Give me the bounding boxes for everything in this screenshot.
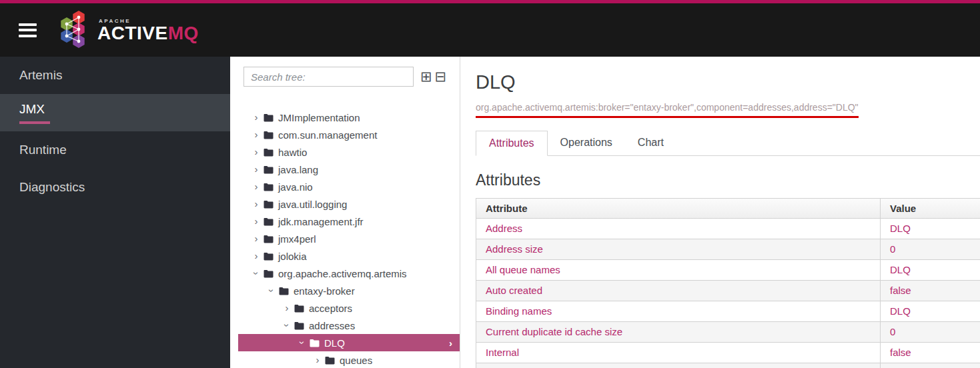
tree-node-jmimplementation[interactable]: ›JMImplementation xyxy=(238,109,460,126)
chevron-right-icon[interactable]: › xyxy=(252,200,260,208)
attribute-name-cell[interactable]: Address xyxy=(476,219,880,239)
attributes-section-title: Attributes xyxy=(476,171,980,189)
table-row[interactable]: Binding namesDLQ xyxy=(476,301,980,322)
hamburger-menu-icon[interactable] xyxy=(19,20,37,40)
sidebar-item-label: JMX xyxy=(19,102,230,117)
folder-icon xyxy=(264,217,274,226)
active-item-underline xyxy=(19,121,50,124)
tree: ›JMImplementation›com.sun.management›haw… xyxy=(238,109,460,368)
attribute-name-cell[interactable]: All queue names xyxy=(476,260,880,280)
chevron-right-icon[interactable]: › xyxy=(283,304,291,312)
chevron-right-icon[interactable]: › xyxy=(252,165,260,173)
sidebar-item-runtime[interactable]: Runtime xyxy=(0,131,230,169)
table-row[interactable]: All queue namesDLQ xyxy=(476,260,980,281)
folder-icon xyxy=(325,356,335,365)
search-input[interactable] xyxy=(243,67,414,87)
tree-node-label: java.util.logging xyxy=(278,199,347,210)
sidebar-item-artemis[interactable]: Artemis xyxy=(0,57,230,94)
expand-all-icon[interactable]: ⊞ xyxy=(420,70,432,83)
tree-node-jolokia[interactable]: ›jolokia xyxy=(238,247,460,265)
collapse-all-icon[interactable]: ⊟ xyxy=(435,70,447,83)
table-header-row: Attribute Value xyxy=(476,198,980,219)
mbean-object-name: org.apache.activemq.artemis:broker="enta… xyxy=(476,102,859,118)
topbar: APACHE ACTIVEMQ xyxy=(0,0,980,57)
page-title: DLQ xyxy=(476,71,980,93)
tree-node-label: jdk.management.jfr xyxy=(278,216,364,227)
tab-attributes[interactable]: Attributes xyxy=(476,131,548,156)
attribute-name-cell[interactable]: Message count xyxy=(476,363,880,368)
chevron-right-icon[interactable]: › xyxy=(252,217,260,225)
tree-node-label: jmx4perl xyxy=(278,233,316,245)
folder-icon xyxy=(264,235,274,243)
chevron-down-icon[interactable]: › xyxy=(283,321,291,329)
folder-icon xyxy=(264,148,274,157)
tree-node-com.sun.management[interactable]: ›com.sun.management xyxy=(238,126,460,143)
tab-bar: Attributes Operations Chart xyxy=(476,131,980,156)
folder-icon xyxy=(294,304,304,313)
attribute-name-cell[interactable]: Binding names xyxy=(476,301,880,321)
table-row[interactable]: Auto createdfalse xyxy=(476,281,980,301)
attribute-value-cell: DLQ xyxy=(880,219,980,239)
attribute-value-cell: 0 xyxy=(880,363,980,368)
tree-node-hawtio[interactable]: ›hawtio xyxy=(238,143,460,161)
tree-node-label: hawtio xyxy=(278,147,307,158)
tree-node-java.nio[interactable]: ›java.nio xyxy=(238,178,460,195)
sidebar-item-jmx[interactable]: JMX xyxy=(0,94,230,131)
tree-node-label: acceptors xyxy=(309,303,352,314)
tree-node-dlq[interactable]: ›DLQ› xyxy=(238,334,460,351)
chevron-right-icon[interactable]: › xyxy=(252,148,260,156)
chevron-right-icon[interactable]: › xyxy=(252,183,260,191)
chevron-down-icon[interactable]: › xyxy=(298,339,306,347)
folder-icon xyxy=(264,183,274,191)
tree-node-label: org.apache.activemq.artemis xyxy=(278,268,407,279)
tree-node-label: queues xyxy=(340,355,372,366)
sidebar-item-label: Artemis xyxy=(19,68,230,83)
folder-icon xyxy=(264,200,274,209)
folder-icon xyxy=(264,252,274,261)
tree-node-label: jolokia xyxy=(278,251,307,262)
tree-node-java.lang[interactable]: ›java.lang xyxy=(238,161,460,178)
chevron-right-icon[interactable]: › xyxy=(314,356,322,364)
chevron-right-icon[interactable]: › xyxy=(252,252,260,260)
jmx-tree-panel: ⊞ ⊟ ›JMImplementation›com.sun.management… xyxy=(230,57,460,368)
selected-node-chevron-right-icon: › xyxy=(449,337,452,349)
folder-icon xyxy=(264,113,274,122)
folder-icon xyxy=(310,339,320,347)
app-body: ArtemisJMXRuntimeDiagnostics ⊞ ⊟ ›JMImpl… xyxy=(0,57,980,368)
table-body: AddressDLQAddress size0All queue namesDL… xyxy=(476,219,980,368)
chevron-right-icon[interactable]: › xyxy=(252,235,260,243)
folder-icon xyxy=(294,321,304,330)
table-row[interactable]: Current duplicate id cache size0 xyxy=(476,322,980,343)
tree-node-jmx4perl[interactable]: ›jmx4perl xyxy=(238,230,460,247)
folder-icon xyxy=(264,165,274,174)
chevron-down-icon[interactable]: › xyxy=(268,287,276,295)
tree-node-addresses[interactable]: ›addresses xyxy=(238,317,460,334)
table-row[interactable]: Message count0 xyxy=(476,363,980,368)
sidebar-item-diagnostics[interactable]: Diagnostics xyxy=(0,169,230,206)
tree-node-queues[interactable]: ›queues xyxy=(238,351,460,368)
attribute-name-cell[interactable]: Auto created xyxy=(476,281,880,301)
chevron-right-icon[interactable]: › xyxy=(252,131,260,139)
tree-node-org.apache.activemq.artemis[interactable]: ›org.apache.activemq.artemis xyxy=(238,265,460,282)
tab-chart[interactable]: Chart xyxy=(625,131,676,155)
activemq-logo: APACHE ACTIVEMQ xyxy=(58,9,199,51)
chevron-right-icon[interactable]: › xyxy=(252,113,260,121)
table-row[interactable]: Internalfalse xyxy=(476,343,980,363)
attribute-value-cell: 0 xyxy=(880,239,980,259)
attribute-value-cell: 0 xyxy=(880,322,980,342)
tab-operations[interactable]: Operations xyxy=(548,131,625,155)
attribute-value-cell: DLQ xyxy=(880,260,980,280)
attributes-table: Attribute Value AddressDLQAddress size0A… xyxy=(476,198,980,368)
table-row[interactable]: AddressDLQ xyxy=(476,219,980,239)
attribute-name-cell[interactable]: Current duplicate id cache size xyxy=(476,322,880,342)
tree-node-acceptors[interactable]: ›acceptors xyxy=(238,299,460,317)
tree-node-entaxy-broker[interactable]: ›entaxy-broker xyxy=(238,282,460,299)
table-row[interactable]: Address size0 xyxy=(476,239,980,260)
attribute-name-cell[interactable]: Internal xyxy=(476,343,880,363)
attribute-name-cell[interactable]: Address size xyxy=(476,239,880,259)
tree-node-jdk.management.jfr[interactable]: ›jdk.management.jfr xyxy=(238,213,460,230)
tree-search-row: ⊞ ⊟ xyxy=(243,67,460,87)
tree-node-java.util.logging[interactable]: ›java.util.logging xyxy=(238,195,460,213)
chevron-down-icon[interactable]: › xyxy=(252,269,260,277)
tree-node-label: DLQ xyxy=(324,337,345,349)
